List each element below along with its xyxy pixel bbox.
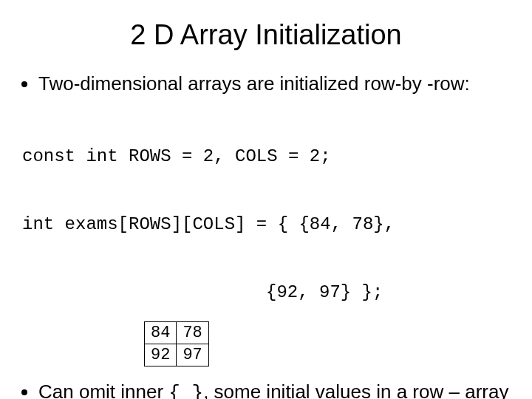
table-row: 92 97 xyxy=(145,344,209,366)
code-line-3: {92, 97} }; xyxy=(22,282,510,304)
cell-0-0: 84 xyxy=(145,322,177,344)
code-block: const int ROWS = 2, COLS = 2; int exams[… xyxy=(22,100,510,350)
array-table: 84 78 92 97 xyxy=(144,321,209,366)
slide: 2 D Array Initialization Two-dimensional… xyxy=(0,0,532,399)
cell-1-1: 97 xyxy=(177,344,208,366)
brace-literal: { } xyxy=(168,382,203,399)
text-part-1: Can omit inner xyxy=(38,381,168,399)
cell-0-1: 78 xyxy=(177,322,208,344)
bullet-item-1: Two-dimensional arrays are initialized r… xyxy=(38,72,510,96)
code-line-1: const int ROWS = 2, COLS = 2; xyxy=(22,146,510,168)
bullet-list: Two-dimensional arrays are initialized r… xyxy=(22,72,510,96)
array-table-wrap: 84 78 92 97 xyxy=(144,321,510,366)
table-row: 84 78 xyxy=(145,322,209,344)
code-line-2: int exams[ROWS][COLS] = { {84, 78}, xyxy=(22,214,510,236)
slide-title: 2 D Array Initialization xyxy=(22,19,510,51)
bullet-item-2: Can omit inner { }, some initial values … xyxy=(38,380,510,399)
cell-1-0: 92 xyxy=(145,344,177,366)
bullet-list-2: Can omit inner { }, some initial values … xyxy=(22,380,510,399)
